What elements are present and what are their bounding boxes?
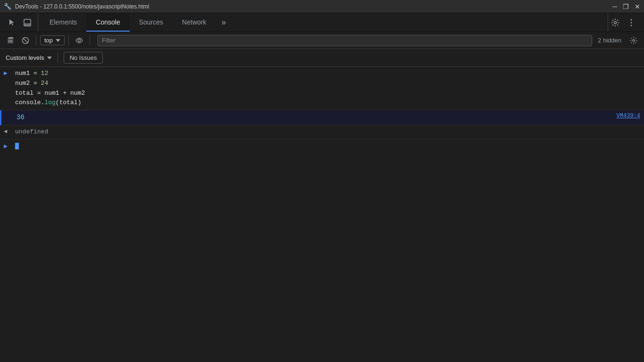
console-input-row[interactable]: ▶ xyxy=(0,140,644,153)
undefined-value: undefined xyxy=(15,128,48,135)
input-cursor xyxy=(15,143,19,149)
vm-link[interactable]: VM439:4 xyxy=(617,112,640,119)
tab-elements[interactable]: Elements xyxy=(40,13,86,32)
cursor-icon[interactable] xyxy=(6,16,19,29)
toolbar-divider-1 xyxy=(36,35,36,46)
code-line-4: console.log(total) xyxy=(15,98,640,108)
input-prompt: ▶ xyxy=(4,142,11,150)
svg-point-3 xyxy=(614,21,617,24)
dev-icons xyxy=(2,13,38,32)
console-settings-icon[interactable] xyxy=(627,34,640,47)
no-issues-button[interactable]: No Issues xyxy=(64,52,103,64)
tab-bar-right xyxy=(608,13,642,32)
svg-point-4 xyxy=(631,19,632,20)
window-controls: ─ ❐ ✕ xyxy=(612,3,640,10)
return-arrow: ◀ xyxy=(4,127,11,135)
maximize-button[interactable]: ❐ xyxy=(623,3,629,10)
output-value: 36 xyxy=(17,114,25,121)
favicon: 🔧 xyxy=(4,3,11,10)
settings-icon[interactable] xyxy=(608,16,622,30)
drawer-icon[interactable] xyxy=(21,16,34,29)
console-entry-output: 36 VM439:4 xyxy=(0,110,644,125)
title-bar: 🔧 DevTools - 127.0.0.1:5500/notes/javasc… xyxy=(0,0,644,13)
console-entry-undefined: ◀ undefined xyxy=(0,125,644,140)
svg-point-5 xyxy=(631,22,632,23)
block-icon[interactable] xyxy=(19,34,32,47)
svg-marker-7 xyxy=(8,37,9,39)
top-selector[interactable]: top xyxy=(40,35,65,45)
hidden-count: 2 hidden xyxy=(598,37,621,44)
toolbar-divider-3 xyxy=(90,35,90,46)
svg-line-14 xyxy=(23,38,28,43)
num2-value: 24 xyxy=(41,80,49,87)
console-toolbar: top 2 hidden xyxy=(0,32,644,49)
code-line-2: num2 = 24 xyxy=(15,79,640,89)
main-content: Elements Console Sources Network » xyxy=(0,13,644,362)
tab-console[interactable]: Console xyxy=(86,13,129,32)
num1-value: 12 xyxy=(41,70,49,77)
svg-point-16 xyxy=(633,40,635,41)
code-line-1: num1 = 12 xyxy=(15,69,640,79)
console-entry-code: ▶ num1 = 12 num2 = 24 total = num1 + num… xyxy=(0,67,644,110)
console-output: ▶ num1 = 12 num2 = 24 total = num1 + num… xyxy=(0,67,644,362)
code-line-3: total = num1 + num2 xyxy=(15,89,640,99)
more-options-icon[interactable] xyxy=(624,16,638,30)
return-content: undefined xyxy=(15,127,640,137)
svg-point-15 xyxy=(78,39,81,41)
entry-expand-arrow[interactable]: ▶ xyxy=(4,69,11,77)
minimize-button[interactable]: ─ xyxy=(612,3,617,10)
tab-bar: Elements Console Sources Network » xyxy=(0,13,644,32)
close-button[interactable]: ✕ xyxy=(635,3,640,10)
issues-toolbar: Custom levels No Issues xyxy=(0,49,644,67)
eye-icon[interactable] xyxy=(73,34,86,47)
svg-rect-2 xyxy=(24,24,31,24)
window-title: DevTools - 127.0.0.1:5500/notes/javascri… xyxy=(15,3,149,10)
issues-divider xyxy=(58,53,58,63)
custom-levels-button[interactable]: Custom levels xyxy=(6,54,52,61)
svg-rect-8 xyxy=(9,37,13,39)
clear-console-button[interactable] xyxy=(4,34,17,47)
output-arrow xyxy=(5,112,13,113)
more-tabs-button[interactable]: » xyxy=(215,13,231,32)
svg-point-6 xyxy=(631,25,632,26)
tab-network[interactable]: Network xyxy=(173,13,215,32)
code-block: num1 = 12 num2 = 24 total = num1 + num2 … xyxy=(15,69,640,108)
filter-input[interactable] xyxy=(98,35,592,46)
output-content: 36 xyxy=(17,112,617,123)
tab-sources[interactable]: Sources xyxy=(130,13,173,32)
toolbar-divider-2 xyxy=(68,35,69,46)
